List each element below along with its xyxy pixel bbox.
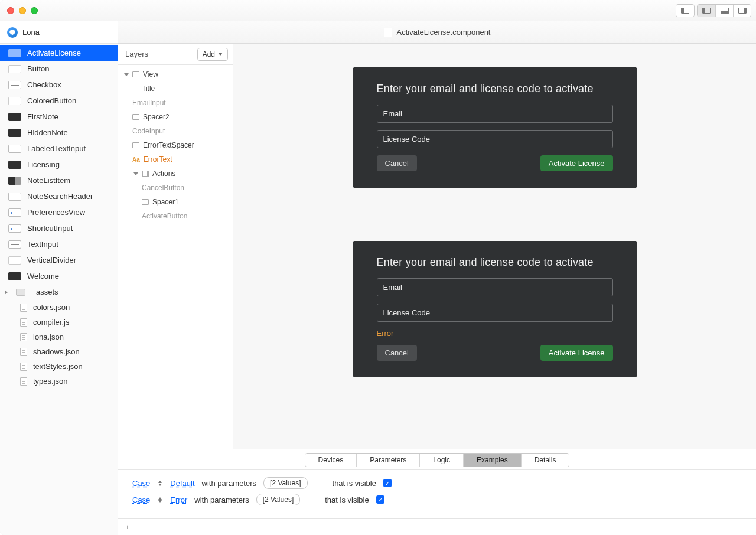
traffic-lights: [7, 7, 38, 14]
sidebar-list: ActivateLicenseButtonCheckboxColoredButt…: [0, 44, 118, 535]
component-thumb-icon: [8, 65, 21, 73]
sidebar-item-shortcutinput[interactable]: ShortcutInput: [0, 220, 118, 236]
sort-icon[interactable]: [158, 497, 162, 503]
cancel-button[interactable]: Cancel: [377, 155, 417, 171]
fullscreen-icon[interactable]: [31, 7, 38, 14]
tab-logic[interactable]: Logic: [419, 454, 463, 467]
layer-row[interactable]: CodeInput: [118, 124, 233, 138]
add-layer-button[interactable]: Add: [197, 48, 228, 61]
tab-devices[interactable]: Devices: [305, 454, 357, 467]
sidebar-file[interactable]: types.json: [0, 374, 118, 389]
layer-row[interactable]: ActivateButton: [118, 209, 233, 223]
sidebar-file[interactable]: lona.json: [0, 330, 118, 344]
error-text: Error: [377, 329, 613, 338]
sidebar-item-labeledtextinput[interactable]: LabeledTextInput: [0, 141, 118, 156]
layer-row[interactable]: AaErrorText: [118, 152, 233, 167]
sidebar-item-firstnote[interactable]: FirstNote: [0, 109, 118, 125]
case-row: CaseDefaultwith parameters[2 Values]that…: [132, 475, 742, 491]
disclosure-triangle-icon: [133, 172, 138, 175]
layer-row[interactable]: View: [118, 67, 233, 81]
sidebar-item-label: TextInput: [27, 240, 58, 249]
sidebar-item-button[interactable]: Button: [0, 61, 118, 77]
window: Lona ActivateLicenseButtonCheckboxColore…: [0, 0, 756, 535]
add-case-button[interactable]: +: [125, 523, 130, 531]
component-thumb-icon: [8, 81, 21, 89]
case-visible-label: that is visible: [333, 479, 376, 488]
layer-tree: ViewTitleEmailInputSpacer2CodeInputError…: [118, 65, 233, 449]
layer-label: ErrorText: [144, 155, 172, 164]
sort-icon[interactable]: [158, 481, 162, 486]
layer-row[interactable]: Spacer1: [118, 195, 233, 209]
values-pill[interactable]: [2 Values]: [263, 477, 307, 489]
case-with: with parameters: [194, 495, 249, 504]
component-thumb-icon: [8, 256, 21, 265]
component-thumb-icon: [8, 145, 21, 153]
layer-row[interactable]: CancelButton: [118, 181, 233, 195]
sidebar-file[interactable]: textStyles.json: [0, 359, 118, 374]
case-name[interactable]: Error: [170, 495, 187, 504]
toggle-left-pane-button[interactable]: [698, 5, 715, 17]
layer-label: ActivateButton: [142, 212, 187, 220]
layer-label: Title: [142, 84, 155, 93]
sidebar-item-hiddennote[interactable]: HiddenNote: [0, 125, 118, 141]
visible-checkbox[interactable]: ✓: [376, 495, 384, 504]
file-icon: [20, 377, 27, 386]
sidebar-item-preferencesview[interactable]: PreferencesView: [0, 204, 118, 220]
sidebar-item-welcome[interactable]: Welcome: [0, 268, 118, 284]
sidebar-item-label: compiler.js: [33, 318, 69, 327]
layer-row[interactable]: Spacer2: [118, 110, 233, 124]
case-name[interactable]: Default: [170, 479, 194, 488]
layer-label: Spacer1: [152, 198, 179, 206]
case-row: CaseErrorwith parameters[2 Values]that i…: [132, 491, 742, 508]
license-code-field[interactable]: License Code: [377, 304, 613, 322]
minimize-icon[interactable]: [19, 7, 26, 14]
sidebar-file[interactable]: colors.json: [0, 300, 118, 315]
cases-list: CaseDefaultwith parameters[2 Values]that…: [118, 470, 756, 508]
file-icon: [20, 348, 27, 356]
component-thumb-icon: [8, 208, 21, 217]
sidebar-item-notelistitem[interactable]: NoteListItem: [0, 172, 118, 188]
sidebar-item-label: types.json: [33, 377, 68, 386]
close-icon[interactable]: [7, 7, 14, 14]
app-logo-icon: [7, 27, 18, 38]
sidebar-item-coloredbutton[interactable]: ColoredButton: [0, 93, 118, 109]
case-keyword[interactable]: Case: [132, 495, 150, 504]
activate-button[interactable]: Activate License: [540, 345, 613, 361]
layer-row[interactable]: Actions: [118, 167, 233, 181]
sidebar-item-checkbox[interactable]: Checkbox: [0, 77, 118, 93]
sidebar-file[interactable]: shadows.json: [0, 344, 118, 359]
visible-checkbox[interactable]: ✓: [383, 479, 392, 487]
email-field[interactable]: Email: [377, 278, 613, 296]
sidebar-item-licensing[interactable]: Licensing: [0, 156, 118, 172]
values-pill[interactable]: [2 Values]: [256, 494, 300, 505]
sidebar-item-textinput[interactable]: TextInput: [0, 236, 118, 252]
toggle-right-pane-button[interactable]: [733, 5, 751, 17]
tab-bar: DevicesParametersLogicExamplesDetails: [118, 449, 756, 470]
email-field[interactable]: Email: [377, 105, 613, 123]
sidebar-item-activatelicense[interactable]: ActivateLicense: [0, 45, 118, 61]
layer-row[interactable]: Title: [118, 81, 233, 96]
toggle-bottom-pane-button[interactable]: [715, 5, 733, 17]
remove-case-button[interactable]: −: [138, 523, 143, 531]
disclosure-triangle-icon: [5, 290, 8, 295]
sidebar-item-label: lona.json: [33, 332, 64, 341]
case-keyword[interactable]: Case: [132, 479, 150, 488]
tab-examples[interactable]: Examples: [463, 454, 521, 467]
cancel-button[interactable]: Cancel: [377, 345, 417, 361]
sidebar-file[interactable]: compiler.js: [0, 315, 118, 330]
sidebar-item-notesearchheader[interactable]: NoteSearchHeader: [0, 188, 118, 204]
tab-details[interactable]: Details: [521, 454, 569, 467]
sidebar-item-label: ColoredButton: [27, 96, 76, 105]
license-code-field[interactable]: License Code: [377, 130, 613, 148]
activate-button[interactable]: Activate License: [540, 155, 613, 171]
app-title: Lona: [22, 28, 40, 37]
sidebar-folder-assets[interactable]: assets: [0, 284, 118, 300]
sidebar-item-verticaldivider[interactable]: VerticalDivider: [0, 252, 118, 268]
footer-bar: + −: [118, 518, 756, 535]
toggle-nav-pane-button[interactable]: [676, 5, 694, 17]
tab-parameters[interactable]: Parameters: [356, 454, 419, 467]
layer-row[interactable]: ErrorTextSpacer: [118, 138, 233, 152]
file-icon: [20, 304, 27, 312]
component-thumb-icon: [8, 129, 21, 137]
layer-row[interactable]: EmailInput: [118, 96, 233, 110]
